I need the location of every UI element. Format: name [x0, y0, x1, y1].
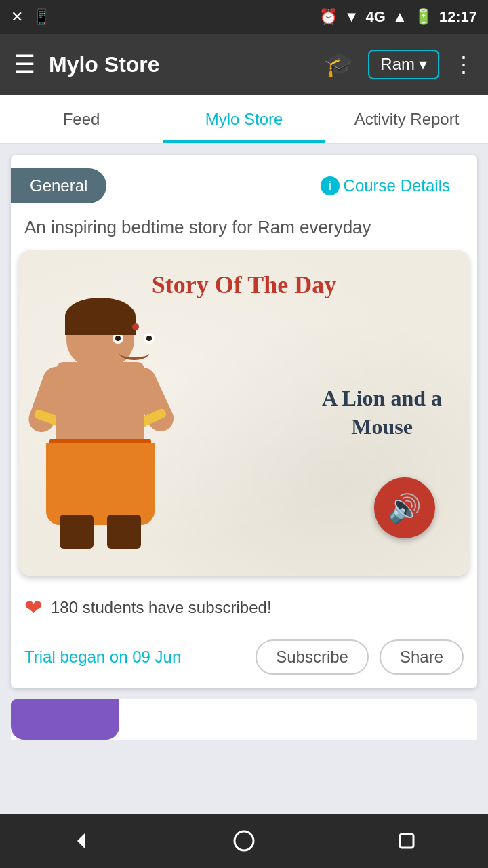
menu-icon[interactable]: ☰	[14, 52, 35, 77]
close-icon: ✕	[11, 8, 23, 26]
subscribers-row: ❤ 180 students have subscribed!	[11, 587, 477, 629]
recents-nav-button[interactable]	[380, 814, 434, 868]
trial-text: Trial began on 09 Jun	[24, 648, 181, 667]
next-card-badge	[11, 699, 119, 740]
alarm-icon: ⏰	[319, 8, 338, 26]
char-hair	[65, 298, 136, 335]
char-leg-left	[60, 515, 94, 549]
tab-activity-report[interactable]: Activity Report	[325, 95, 488, 143]
char-bindi	[132, 323, 139, 330]
chevron-down-icon: ▾	[419, 55, 427, 74]
char-leg-right	[107, 515, 141, 549]
more-options-icon[interactable]: ⋮	[453, 52, 474, 77]
story-visual: Story Of The Day	[19, 250, 469, 576]
subscribe-button[interactable]: Subscribe	[256, 639, 369, 675]
wifi-icon: ▼	[344, 8, 359, 26]
back-nav-button[interactable]	[54, 814, 108, 868]
status-bar-right: ⏰ ▼ 4G ▲ 🔋 12:17	[319, 8, 477, 26]
time-label: 12:17	[439, 8, 477, 26]
user-name-label: Ram	[380, 55, 415, 74]
signal-icon: ▲	[392, 8, 407, 26]
card-footer: Trial began on 09 Jun Subscribe Share	[11, 629, 477, 688]
tab-bar: Feed Mylo Store Activity Report	[0, 95, 488, 144]
battery-icon: 🔋	[414, 8, 432, 26]
footer-buttons: Subscribe Share	[256, 639, 464, 675]
main-content: General i Course Details An inspiring be…	[0, 144, 488, 822]
story-title: Story Of The Day	[152, 271, 336, 299]
bottom-nav-bar	[0, 814, 488, 868]
tab-mylo-store[interactable]: Mylo Store	[163, 95, 325, 143]
status-bar: ✕ 📱 ⏰ ▼ 4G ▲ 🔋 12:17	[0, 0, 488, 34]
next-card-partial	[11, 699, 477, 740]
char-body	[56, 362, 144, 450]
audio-play-button[interactable]: 🔊	[374, 477, 435, 538]
speaker-icon: 🔊	[388, 492, 422, 524]
char-dhoti	[46, 443, 155, 525]
network-label: 4G	[366, 8, 386, 26]
story-subtitle: A Lion and a Mouse	[322, 384, 442, 441]
phone-icon: 📱	[33, 8, 51, 26]
status-bar-left: ✕ 📱	[11, 8, 51, 26]
info-icon: i	[321, 176, 340, 195]
course-details-label: Course Details	[344, 176, 450, 195]
share-button[interactable]: Share	[380, 639, 464, 675]
card-description: An inspiring bedtime story for Ram every…	[11, 214, 477, 250]
tab-feed[interactable]: Feed	[0, 95, 163, 143]
home-nav-button[interactable]	[217, 814, 271, 868]
svg-point-1	[235, 831, 253, 850]
heart-icon: ❤	[24, 595, 43, 620]
app-title: Mylo Store	[49, 52, 310, 77]
user-dropdown-button[interactable]: Ram ▾	[368, 50, 439, 79]
story-card: General i Course Details An inspiring be…	[11, 155, 477, 688]
graduation-icon: 🎓	[324, 50, 354, 79]
char-eye-right	[144, 333, 155, 344]
character-image	[33, 304, 168, 549]
svg-marker-0	[77, 833, 85, 849]
toolbar: ☰ Mylo Store 🎓 Ram ▾ ⋮	[0, 34, 488, 95]
general-badge: General	[11, 168, 106, 203]
course-details-link[interactable]: i Course Details	[321, 176, 450, 195]
char-smile	[119, 347, 149, 360]
subscribers-text: 180 students have subscribed!	[51, 598, 272, 617]
svg-rect-2	[400, 834, 413, 848]
card-header: General i Course Details	[11, 155, 477, 214]
